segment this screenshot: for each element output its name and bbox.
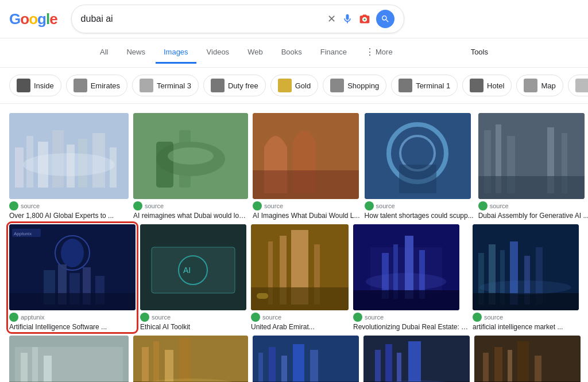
svg-rect-21 [399, 165, 436, 193]
tab-web[interactable]: Web [239, 42, 271, 64]
svg-rect-77 [165, 350, 173, 382]
tab-books[interactable]: Books [273, 42, 310, 64]
image-caption: source United Arab Emirat... [251, 313, 349, 331]
svg-rect-49 [251, 287, 349, 310]
google-search-button[interactable] [376, 10, 394, 28]
chip-shopping[interactable]: Shopping [323, 75, 386, 96]
svg-point-33 [61, 239, 84, 267]
image-caption: source Ethical AI Toolkit [140, 313, 246, 331]
image-caption: source AI Imagines What Dubai Would L... [253, 201, 360, 220]
chip-runway[interactable]: Runway [568, 75, 588, 96]
source-dot [473, 313, 482, 322]
image-item[interactable] [133, 336, 248, 382]
svg-rect-70 [21, 353, 28, 382]
image-item[interactable]: source AI reimagines what Dubai would lo… [133, 113, 248, 220]
chip-terminal1[interactable]: Terminal 1 [391, 75, 458, 96]
svg-rect-89 [375, 350, 381, 382]
svg-rect-2 [15, 147, 24, 188]
svg-point-58 [366, 273, 446, 290]
image-item[interactable]: source Dubai Assembly for Generative AI … [478, 113, 588, 220]
svg-rect-99 [517, 341, 529, 382]
svg-point-0 [363, 18, 365, 20]
source-dot [365, 201, 374, 211]
image-item[interactable] [9, 336, 129, 382]
svg-rect-92 [408, 341, 421, 382]
image-item[interactable]: AI source Ethical AI Toolkit [140, 224, 246, 331]
search-input[interactable] [81, 14, 323, 24]
svg-rect-71 [32, 347, 38, 382]
svg-rect-100 [535, 356, 541, 382]
svg-rect-78 [179, 338, 191, 382]
image-caption: source AI reimagines what Dubai would lo… [133, 201, 248, 220]
chip-terminal3[interactable]: Terminal 3 [132, 75, 199, 96]
image-item-selected[interactable]: Apptunix apptunix Artificial Intelligenc… [9, 224, 136, 331]
image-row-2: Apptunix apptunix Artificial Intelligenc… [9, 224, 579, 331]
image-caption: source How talent shortages could scupp.… [365, 201, 474, 220]
tab-images[interactable]: Images [156, 42, 196, 64]
svg-text:AI: AI [183, 266, 191, 275]
svg-point-10 [23, 153, 115, 176]
image-item[interactable]: source Over 1,800 AI Global Experts to .… [9, 113, 129, 220]
image-caption: source Dubai Assembly for Generative AI … [478, 201, 588, 220]
image-item[interactable]: source How talent shortages could scupp.… [365, 113, 474, 220]
svg-rect-28 [478, 176, 585, 199]
image-caption: apptunix Artificial Intelligence Softwar… [9, 313, 136, 331]
tab-tools[interactable]: Tools [463, 42, 496, 64]
image-caption: source Revolutionizing Dubai Real Estate… [353, 313, 468, 331]
image-grid: source Over 1,800 AI Global Experts to .… [0, 104, 588, 382]
image-row-3 [9, 336, 579, 382]
image-item[interactable]: source artificial intelligence market ..… [473, 224, 579, 331]
clear-search-button[interactable]: ✕ [327, 13, 336, 25]
svg-rect-98 [508, 350, 512, 382]
svg-rect-69 [15, 347, 123, 381]
google-logo: Google [9, 10, 57, 28]
search-bar: ✕ [71, 5, 404, 33]
image-search-button[interactable] [359, 13, 370, 25]
search-icons: ✕ [327, 10, 394, 28]
svg-rect-82 [258, 353, 263, 382]
source-dot [253, 201, 262, 211]
image-item[interactable]: source AI Imagines What Dubai Would L... [253, 113, 360, 220]
image-item[interactable]: source United Arab Emirat... [251, 224, 349, 331]
svg-rect-96 [483, 353, 489, 382]
tab-more[interactable]: ⋮ More [357, 41, 401, 65]
chip-hotel[interactable]: Hotel [462, 75, 512, 96]
svg-rect-83 [269, 347, 276, 382]
image-item[interactable] [363, 336, 470, 382]
source-dot [353, 313, 362, 322]
svg-rect-90 [385, 344, 392, 382]
svg-rect-85 [293, 344, 304, 382]
tab-finance[interactable]: Finance [312, 42, 355, 64]
chip-inside[interactable]: Inside [9, 75, 61, 96]
svg-rect-13 [156, 142, 173, 188]
header: Google ✕ [0, 0, 588, 38]
image-item[interactable] [474, 336, 581, 382]
source-dot [9, 201, 18, 211]
svg-rect-91 [397, 353, 401, 382]
source-dot [251, 313, 260, 322]
image-item[interactable]: source Revolutionizing Dubai Real Estate… [353, 224, 468, 331]
svg-text:Apptunix: Apptunix [14, 231, 32, 236]
voice-search-button[interactable] [342, 13, 353, 25]
svg-rect-75 [142, 347, 149, 382]
chip-map[interactable]: Map [516, 75, 563, 96]
source-dot [478, 201, 488, 211]
chip-dutyfree[interactable]: Duty free [203, 75, 266, 96]
svg-rect-57 [353, 290, 459, 310]
svg-rect-50 [257, 293, 268, 299]
chip-emirates[interactable]: Emirates [66, 75, 127, 96]
image-caption: source Over 1,800 AI Global Experts to .… [9, 201, 129, 220]
chip-gold[interactable]: Gold [270, 75, 318, 96]
svg-rect-39 [9, 293, 136, 310]
svg-rect-72 [44, 356, 52, 382]
svg-point-15 [168, 147, 214, 165]
image-item[interactable] [253, 336, 359, 382]
tab-videos[interactable]: Videos [199, 42, 238, 64]
tab-all[interactable]: All [92, 42, 116, 64]
source-dot [9, 313, 18, 322]
tab-news[interactable]: News [118, 42, 153, 64]
source-dot [133, 201, 142, 211]
svg-rect-17 [253, 170, 359, 199]
image-row-1: source Over 1,800 AI Global Experts to .… [9, 113, 579, 220]
svg-rect-84 [281, 356, 287, 382]
